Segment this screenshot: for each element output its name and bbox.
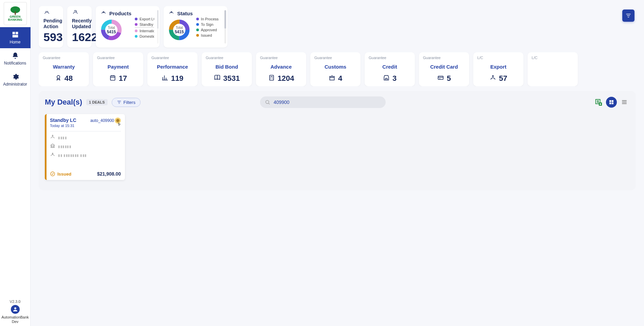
nav-notifications[interactable]: Notifications [0, 48, 31, 69]
coin-icon: $ [115, 117, 121, 124]
kpi-value: 119 [171, 74, 184, 83]
export-button[interactable] [593, 97, 604, 108]
sidebar: GREEN BANKING Home Notifications Adminis… [0, 0, 31, 326]
legend-item[interactable]: Export LC [135, 17, 154, 21]
legend-label: Standby LC [140, 22, 154, 26]
filters-button[interactable]: Filters [112, 98, 141, 107]
deals-title: My Deal(s) [45, 98, 82, 107]
kpi-category: L/C [477, 56, 519, 60]
status-scrollbar[interactable] [224, 10, 226, 43]
search-icon [265, 99, 270, 105]
product-icon [100, 10, 107, 16]
sidebar-footer: V2.3.0 AutomationBank Dev [0, 300, 30, 324]
status-donut: Total 5415 [168, 19, 190, 41]
legend-dot [196, 29, 199, 31]
search-input[interactable] [273, 99, 381, 105]
products-scrollbar[interactable] [158, 10, 158, 43]
kpi-row[interactable]: GuaranteeWarranty48GuaranteePayment17Gua… [39, 52, 636, 86]
legend-item[interactable]: Domestic [135, 34, 154, 38]
search-box[interactable] [260, 96, 386, 108]
kpi-category: Guarantee [314, 56, 356, 60]
my-deals-section: My Deal(s) 1 DEALS Filters [39, 91, 636, 190]
kpi-card-customs[interactable]: GuaranteeCustoms4 [310, 52, 361, 86]
legend-item[interactable]: In Process [196, 17, 219, 21]
kpi-card-credit-card[interactable]: GuaranteeCredit Card5 [419, 52, 469, 86]
export-excel-icon [595, 98, 602, 106]
kpi-card-bid-bond[interactable]: GuaranteeBid Bond3531 [202, 52, 252, 86]
kpi-name: Warranty [43, 64, 85, 70]
kpi-card-advance[interactable]: GuaranteeAdvance1204 [256, 52, 306, 86]
deal-body: ▮▮▮▮ ▮▮▮▮▮▮ ▮▮ ▮▮▮▮▮▮▮ ▮▮▮ [50, 131, 121, 171]
list-view-button[interactable] [619, 97, 630, 108]
legend-item[interactable]: Issued [196, 33, 219, 37]
legend-item[interactable]: To Sign [196, 22, 219, 26]
svg-rect-1 [15, 12, 16, 15]
kpi-name: Credit Card [423, 64, 465, 70]
kpi-card-more[interactable]: L/C [528, 52, 578, 86]
recently-updated-value: 1622 [72, 31, 98, 44]
svg-rect-16 [330, 76, 334, 80]
version-label: V2.3.0 [10, 300, 21, 304]
logo[interactable]: GREEN BANKING [4, 2, 27, 25]
status-total: 5415 [175, 30, 184, 34]
pending-action-card[interactable]: Pending Action 593 [39, 6, 63, 48]
svg-rect-2 [12, 32, 15, 34]
products-total: 5415 [107, 30, 116, 34]
deal-line-to: ▮▮ ▮▮▮▮▮▮▮ ▮▮▮ [50, 152, 121, 159]
legend-item[interactable]: Approved [196, 28, 219, 32]
legend-item[interactable]: Standby LC [135, 22, 154, 28]
avatar[interactable] [11, 305, 20, 314]
legend-item[interactable]: International Outgoing [135, 29, 154, 33]
legend-dot [135, 30, 137, 32]
pending-action-value: 593 [43, 31, 63, 44]
username: AutomationBank Dev [0, 315, 30, 324]
kpi-name: Payment [97, 64, 139, 70]
global-filter-button[interactable] [622, 10, 634, 22]
grid-view-button[interactable] [606, 97, 617, 108]
legend-dot [135, 23, 137, 26]
svg-rect-14 [110, 76, 115, 80]
legend-label: Approved [201, 28, 217, 32]
status-chart-card[interactable]: Status Total 5415 [164, 6, 227, 48]
deal-status-label: Issued [57, 171, 71, 177]
kpi-name: Customs [314, 64, 356, 70]
box-icon [329, 74, 335, 83]
recently-updated-label: Recently Updated [72, 18, 92, 30]
deal-card[interactable]: Standby LC Today at 15:31 auto_409900 $ [45, 114, 125, 180]
svg-rect-22 [612, 100, 613, 102]
nav-administrator[interactable]: Administrator [0, 69, 31, 90]
kpi-category: Guarantee [97, 56, 139, 60]
legend-label: Issued [201, 33, 212, 37]
legend-dot [135, 18, 137, 20]
kpi-category: Guarantee [43, 56, 85, 60]
book-icon [214, 74, 221, 83]
legend-dot [196, 23, 199, 26]
deal-line-from: ▮▮▮▮ [50, 134, 121, 141]
nav-home-label: Home [10, 40, 20, 44]
deal-footer: Issued $21,908.00 [50, 171, 121, 177]
view-toggles [593, 97, 630, 108]
legend-dot [135, 35, 137, 38]
nav-home[interactable]: Home [0, 27, 31, 48]
kpi-value: 4 [338, 74, 342, 83]
svg-rect-15 [270, 75, 274, 80]
legend-label: Export LC [140, 17, 154, 21]
filters-label: Filters [124, 100, 135, 105]
kpi-card-performance[interactable]: GuaranteePerformance119 [147, 52, 198, 86]
recently-updated-card[interactable]: Recently Updated 1622 [67, 6, 92, 48]
kpi-card-payment[interactable]: GuaranteePayment17 [93, 52, 143, 86]
kpi-card-warranty[interactable]: GuaranteeWarranty48 [39, 52, 89, 86]
calc-icon [268, 74, 275, 83]
svg-rect-24 [612, 103, 613, 104]
products-chart-card[interactable]: Products Total 5415 [96, 6, 160, 48]
summary-row: Pending Action 593 Recently Updated 1622… [39, 6, 636, 48]
kpi-category: Guarantee [369, 56, 411, 60]
kpi-card-credit[interactable]: GuaranteeCredit3 [365, 52, 415, 86]
deal-status: Issued [50, 171, 71, 177]
deal-amount: $21,908.00 [97, 171, 121, 177]
kpi-category: Guarantee [206, 56, 248, 60]
main-content: Pending Action 593 Recently Updated 1622… [31, 0, 644, 326]
kpi-card-export[interactable]: L/CExport57 [473, 52, 523, 86]
svg-point-18 [266, 101, 269, 104]
kpi-value: 3531 [223, 74, 240, 83]
